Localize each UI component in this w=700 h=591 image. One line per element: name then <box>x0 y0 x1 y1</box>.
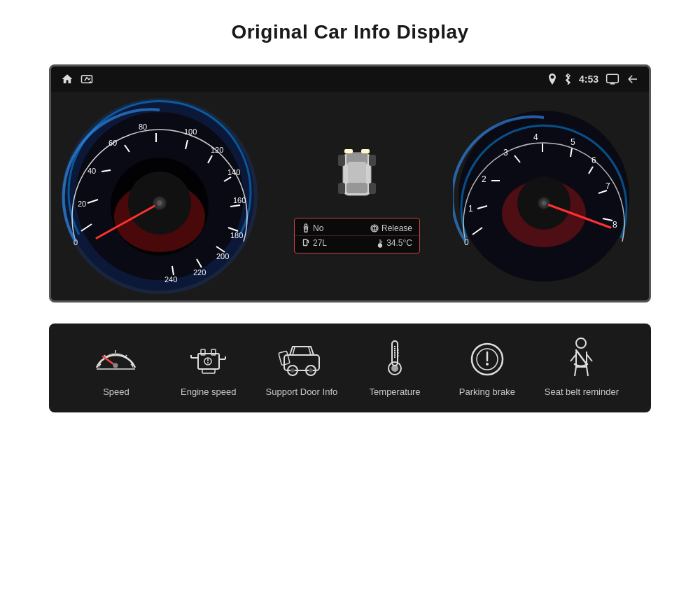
temp-label: 34.5°C <box>377 238 412 248</box>
svg-line-129 <box>570 354 576 361</box>
svg-text:7: 7 <box>606 181 610 191</box>
feature-seatbelt: Seat belt reminder <box>545 338 619 398</box>
parking-value: Release <box>382 223 412 233</box>
svg-rect-55 <box>304 239 307 245</box>
svg-text:240: 240 <box>164 275 177 284</box>
svg-point-50 <box>304 223 307 226</box>
svg-text:220: 220 <box>193 268 206 277</box>
svg-rect-44 <box>338 155 345 166</box>
svg-rect-48 <box>344 149 353 153</box>
features-bar: Speed <box>49 324 651 412</box>
svg-text:120: 120 <box>211 146 223 154</box>
svg-text:20: 20 <box>78 200 86 208</box>
svg-text:200: 200 <box>216 252 229 260</box>
screen-mirror-icon <box>606 74 620 85</box>
fuel-temp-row: 27L 34.5°C <box>295 236 419 250</box>
svg-line-130 <box>587 354 592 361</box>
status-bar: 4:53 <box>51 67 649 92</box>
car-top-view-area <box>332 139 382 212</box>
temperature-label: Temperature <box>370 387 421 398</box>
svg-text:1: 1 <box>468 204 473 214</box>
svg-text:40: 40 <box>88 167 96 175</box>
seatbelt-row: No Release <box>295 221 419 236</box>
svg-point-126 <box>576 338 586 348</box>
status-time: 4:53 <box>579 74 598 85</box>
svg-rect-2 <box>607 74 619 83</box>
svg-rect-47 <box>369 183 376 194</box>
feature-temperature: Temperature <box>360 338 430 398</box>
gauge-area: 0 20 40 60 80 <box>51 92 649 300</box>
parking-label: Release <box>370 223 412 233</box>
feature-parking-brake: Parking brake <box>452 338 522 398</box>
engine-icon <box>184 338 233 380</box>
feature-engine-speed: Engine speed <box>174 338 244 398</box>
svg-text:100: 100 <box>184 127 197 136</box>
svg-text:60: 60 <box>108 139 117 147</box>
fuel-label: 27L <box>302 238 327 248</box>
page-title: Original Car Info Display <box>231 21 468 43</box>
svg-point-59 <box>379 243 382 246</box>
info-panel: No Release <box>294 218 420 253</box>
svg-rect-45 <box>369 155 376 166</box>
svg-rect-49 <box>361 149 370 153</box>
door-info-icon <box>277 338 326 380</box>
dashboard-screen: 4:53 <box>49 64 651 303</box>
svg-line-108 <box>309 347 311 355</box>
door-info-label: Support Door Info <box>266 387 338 398</box>
home-icon <box>61 73 74 85</box>
svg-point-86 <box>542 201 547 206</box>
seatbelt-icon <box>557 338 606 380</box>
svg-text:180: 180 <box>230 231 243 239</box>
svg-text:140: 140 <box>227 168 240 176</box>
svg-text:5: 5 <box>570 137 575 147</box>
fuel-value: 27L <box>313 238 327 248</box>
speed-label: Speed <box>103 387 130 398</box>
temp-value: 34.5°C <box>386 238 412 248</box>
svg-text:2: 2 <box>482 174 486 184</box>
svg-point-105 <box>207 362 209 363</box>
feature-door-info: Support Door Info <box>266 338 338 398</box>
status-right: 4:53 <box>548 73 639 85</box>
svg-point-120 <box>391 365 398 372</box>
page-container: Original Car Info Display <box>0 0 700 591</box>
back-icon <box>626 73 639 85</box>
seatbelt-label: Seat belt reminder <box>545 387 619 398</box>
svg-point-111 <box>290 368 295 373</box>
svg-text:4: 4 <box>533 132 538 142</box>
thermometer-icon <box>370 338 419 380</box>
status-left <box>61 73 93 85</box>
svg-rect-46 <box>338 183 345 194</box>
svg-line-127 <box>575 367 576 376</box>
svg-text:8: 8 <box>612 220 617 230</box>
center-panel: No Release <box>261 92 453 300</box>
svg-text:3: 3 <box>503 148 508 158</box>
svg-point-113 <box>309 368 313 373</box>
svg-point-93 <box>113 363 118 368</box>
svg-rect-42 <box>346 183 368 193</box>
svg-text:80: 80 <box>139 123 147 131</box>
svg-point-39 <box>157 200 162 206</box>
svg-text:160: 160 <box>233 196 246 204</box>
seatbelt-label: No <box>302 223 323 233</box>
bluetooth-icon <box>564 74 572 85</box>
svg-text:6: 6 <box>592 155 596 165</box>
svg-line-107 <box>293 347 295 355</box>
parking-brake-label: Parking brake <box>459 387 515 398</box>
svg-rect-43 <box>348 162 366 183</box>
engine-speed-label: Engine speed <box>181 387 237 398</box>
brake-icon <box>463 338 512 380</box>
svg-point-124 <box>486 363 489 366</box>
image-edit-icon <box>80 74 93 84</box>
speed-icon <box>92 338 141 380</box>
svg-line-128 <box>587 367 588 376</box>
feature-speed: Speed <box>81 338 151 398</box>
rpm-gauge: 0 1 2 3 4 <box>453 105 635 287</box>
location-icon <box>548 74 556 85</box>
svg-line-131 <box>576 350 587 364</box>
svg-rect-95 <box>198 354 219 369</box>
speed-gauge: 0 20 40 60 80 <box>58 95 261 298</box>
